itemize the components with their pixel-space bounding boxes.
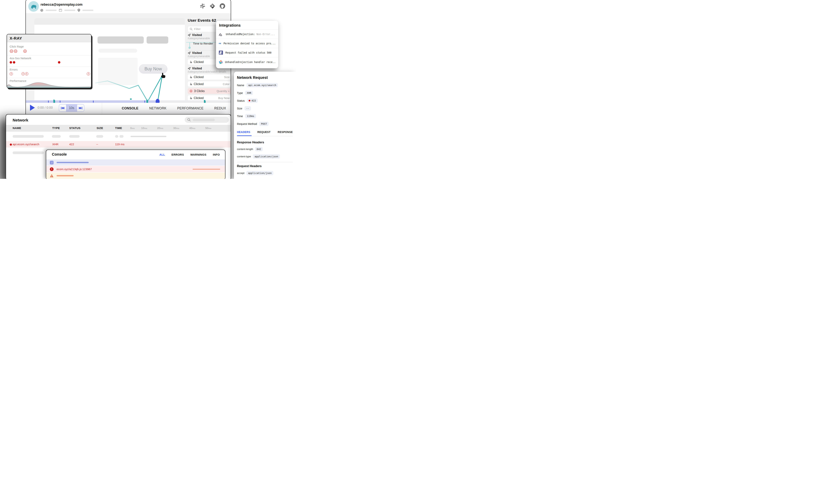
angry-face-icon[interactable]: ☹ bbox=[9, 49, 14, 53]
event-clicked-buynow-card[interactable]: Clicked Buy Now bbox=[188, 95, 231, 101]
accept-value[interactable]: application/json bbox=[246, 171, 273, 175]
integration-message: Permission denied to access pro... bbox=[223, 42, 276, 45]
skeleton-location bbox=[83, 9, 93, 11]
content-length-value[interactable]: 642 bbox=[255, 147, 263, 151]
scale-50ms: 50ms bbox=[205, 126, 212, 130]
error-icon[interactable]: ! bbox=[9, 72, 13, 75]
tab-console[interactable]: CONSOLE bbox=[122, 106, 138, 110]
network-error-dot[interactable] bbox=[58, 61, 60, 64]
github-icon[interactable] bbox=[219, 3, 225, 9]
console-title: Console bbox=[52, 152, 67, 157]
column-size[interactable]: SIZE bbox=[96, 126, 103, 130]
network-row-error[interactable]: api.ecom.xyz/search XHR 422 -- 119 ms bbox=[6, 141, 231, 148]
field-method-value[interactable]: POST bbox=[259, 122, 268, 126]
tab-network[interactable]: NETWORK bbox=[149, 106, 167, 110]
buy-now-button[interactable]: Buy Now bbox=[139, 64, 167, 73]
tab-info[interactable]: INFO bbox=[213, 153, 220, 156]
error-icon: ! bbox=[50, 167, 53, 171]
network-error-dot[interactable] bbox=[13, 61, 15, 64]
event-clicked-size-card[interactable]: Clicked Size bbox=[188, 74, 231, 80]
angry-face-icon[interactable]: ☹ bbox=[23, 49, 27, 53]
error-icon[interactable]: ! bbox=[22, 72, 25, 75]
integration-item-sentry[interactable]: UnhandledRejection: Non-Error... bbox=[216, 29, 278, 39]
timeline-event-tick[interactable] bbox=[60, 101, 60, 103]
integration-item-elastic[interactable]: Unhandledrejection handler rece.. bbox=[216, 57, 278, 67]
column-name[interactable]: NAME bbox=[13, 126, 21, 130]
event-path: /category/wearable bbox=[188, 37, 210, 40]
integration-item-permission[interactable]: Permission denied to access pro... bbox=[216, 39, 278, 48]
field-size: Size -- bbox=[237, 106, 251, 111]
session-topbar: rebecca@openreplay.com bbox=[26, 0, 231, 14]
skip-back-button[interactable] bbox=[59, 105, 66, 111]
header-content-type: content-type application/json bbox=[237, 154, 280, 159]
field-size-value[interactable]: -- bbox=[244, 106, 251, 111]
integration-item-datadog[interactable]: Request failed with status 500 bbox=[216, 48, 278, 57]
skeleton-browser bbox=[64, 9, 75, 11]
field-status-value[interactable]: 422 bbox=[247, 98, 258, 103]
xray-network-label: 4xx-5xx Network bbox=[9, 57, 31, 60]
tab-errors[interactable]: ERRORS bbox=[172, 153, 184, 156]
buy-now-label: Buy Now bbox=[145, 66, 162, 71]
play-button[interactable] bbox=[30, 105, 35, 111]
event-target: Buy Now bbox=[218, 96, 229, 100]
tab-response[interactable]: RESPONSE bbox=[278, 131, 293, 134]
event-label: Clicked bbox=[194, 75, 203, 79]
user-events-title: User Events 62 bbox=[188, 18, 216, 23]
timeline-event-tick[interactable] bbox=[145, 101, 145, 103]
event-time-to-render[interactable]: Time to Render bbox=[193, 42, 213, 45]
network-request-title: Network Request bbox=[237, 75, 268, 80]
timeline-event-tick[interactable] bbox=[93, 101, 93, 103]
skeleton-warning-text bbox=[57, 175, 73, 176]
timeline-track-played[interactable] bbox=[26, 100, 157, 103]
avatar bbox=[28, 1, 39, 12]
slack-icon[interactable] bbox=[200, 3, 205, 9]
column-type[interactable]: TYPE bbox=[52, 126, 60, 130]
navigate-icon bbox=[188, 34, 191, 37]
network-search-input[interactable] bbox=[185, 117, 229, 123]
timeline-event-tick[interactable] bbox=[48, 101, 49, 103]
network-row-skeleton[interactable] bbox=[6, 133, 231, 139]
session-meta-row bbox=[40, 8, 93, 12]
tab-warnings[interactable]: WARNINGS bbox=[190, 153, 206, 156]
console-warning-row[interactable] bbox=[46, 173, 225, 179]
event-rage-clicks-card[interactable]: ☹ 3 Clicks Quantity + bbox=[188, 88, 231, 94]
field-name-value[interactable]: api.ecom.xyz/search bbox=[246, 83, 278, 87]
event-clicked-color-card[interactable]: Clicked Color bbox=[188, 81, 231, 87]
field-type-value[interactable]: XHR bbox=[245, 91, 253, 95]
column-status[interactable]: STATUS bbox=[69, 126, 81, 130]
error-icon[interactable]: ! bbox=[87, 72, 90, 75]
tab-headers[interactable]: HEADERS bbox=[237, 131, 250, 134]
tab-all[interactable]: ALL bbox=[159, 153, 165, 156]
timeline-track-remaining[interactable] bbox=[157, 100, 231, 103]
event-visited-2[interactable]: Visited /category/wearable bbox=[188, 51, 210, 58]
content-type-value[interactable]: application/json bbox=[253, 154, 280, 159]
skip-forward-icon bbox=[79, 107, 83, 110]
request-type: XHR bbox=[52, 143, 59, 146]
column-time[interactable]: TIME bbox=[115, 126, 122, 130]
console-info-row[interactable]: i bbox=[46, 159, 225, 166]
tab-request[interactable]: REQUEST bbox=[257, 131, 270, 134]
network-error-dot[interactable] bbox=[9, 61, 12, 64]
request-name: api.ecom.xyz/search bbox=[13, 143, 39, 146]
tab-redux[interactable]: REDUX bbox=[214, 106, 226, 110]
integrations-window: Integrations UnhandledRejection: Non-Err… bbox=[216, 21, 278, 68]
skip-amount[interactable]: 10s bbox=[66, 105, 77, 111]
skip-forward-button[interactable] bbox=[77, 105, 84, 111]
jira-icon[interactable] bbox=[210, 3, 215, 9]
skeleton-search-text bbox=[193, 119, 215, 121]
event-path: /category/wearable bbox=[188, 55, 210, 58]
error-icon[interactable]: ! bbox=[25, 72, 28, 75]
tab-performance[interactable]: PERFORMANCE bbox=[177, 106, 203, 110]
skip-control-group: 10s bbox=[59, 104, 84, 112]
user-events-count: 62 bbox=[212, 18, 216, 22]
performance-area-chart bbox=[7, 81, 91, 88]
xray-title: X-RAY bbox=[7, 34, 91, 42]
clock-icon bbox=[40, 9, 43, 12]
event-label: Clicked bbox=[194, 96, 203, 100]
field-time-value[interactable]: 119ms bbox=[245, 114, 256, 118]
waves-icon bbox=[219, 41, 221, 46]
event-visited-1[interactable]: Visited /category/wearable bbox=[188, 34, 210, 40]
angry-face-icon[interactable]: ☹ bbox=[14, 49, 18, 53]
event-path: /category/wearable/watch-details bbox=[188, 70, 226, 73]
console-error-row[interactable]: ! ecom.xyz/a213qh.js:123987 bbox=[46, 166, 225, 172]
